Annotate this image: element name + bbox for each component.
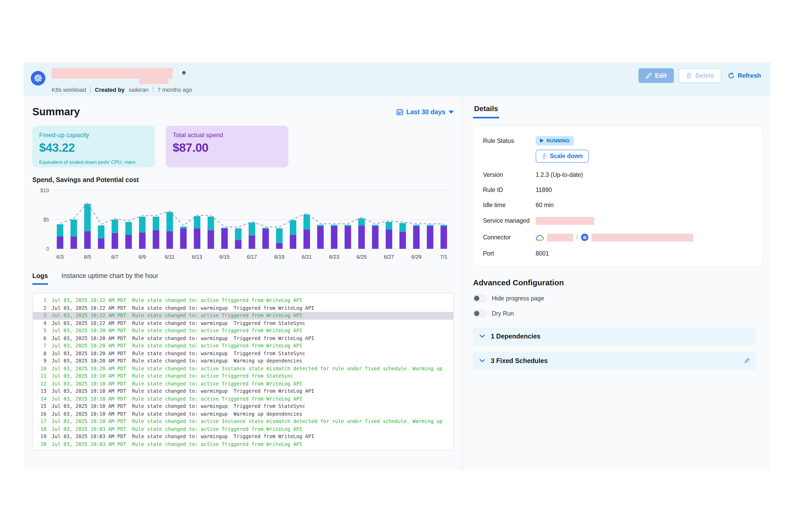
log-line-number: 17: [33, 418, 46, 425]
log-message: Jul 03, 2025 10:03 AM PDT Rule state cha…: [46, 425, 302, 433]
scale-down-button[interactable]: Scale down: [536, 149, 589, 163]
status-badge: RUNNING: [536, 136, 574, 145]
log-row[interactable]: 16Jul 03, 2025 10:10 AM PDT Rule state c…: [33, 410, 453, 418]
log-line-number: 6: [33, 335, 46, 342]
edit-schedules-icon[interactable]: ✎: [744, 357, 750, 365]
log-row[interactable]: 4Jul 03, 2025 10:22 AM PDT Rule state ch…: [33, 320, 453, 327]
fixed-schedules-expander[interactable]: 3 Fixed Schedules ✎: [473, 352, 756, 369]
bar-savings: [400, 223, 406, 232]
log-row[interactable]: 9Jul 03, 2025 10:20 AM PDT Rule state ch…: [33, 357, 453, 365]
log-message: Jul 03, 2025 10:10 AM PDT Rule state cha…: [46, 418, 442, 425]
chevron-down-icon: [479, 334, 485, 338]
x-tick-label: 6/23: [329, 254, 339, 260]
log-row[interactable]: 18Jul 03, 2025 10:03 AM PDT Rule state c…: [33, 425, 453, 433]
y-tick-label: $10: [40, 188, 49, 193]
details-card: Rule Status RUNNING Scale down: [473, 126, 763, 266]
bar-savings: [249, 223, 255, 235]
log-row[interactable]: 14Jul 03, 2025 10:10 AM PDT Rule state c…: [33, 395, 453, 403]
page-header: ☸ K8s workload Created by saikiran: [23, 62, 771, 96]
card-label: Total actual spend: [173, 131, 282, 139]
chevron-down-icon: [449, 110, 454, 113]
lightning-icon: [542, 153, 547, 159]
bar-spend: [221, 228, 228, 249]
bar-savings: [440, 225, 447, 226]
x-tick-label: 6/7: [111, 254, 119, 260]
log-row[interactable]: 17Jul 03, 2025 10:10 AM PDT Rule state c…: [33, 418, 453, 425]
log-message: Jul 03, 2025 10:03 AM PDT Rule state cha…: [46, 433, 314, 440]
log-row[interactable]: 11Jul 03, 2025 10:10 AM PDT Rule state c…: [33, 373, 453, 380]
tab-logs[interactable]: Logs: [32, 272, 48, 285]
bar-savings: [331, 225, 338, 226]
log-row[interactable]: 15Jul 03, 2025 10:10 AM PDT Rule state c…: [33, 403, 453, 410]
bar-spend: [84, 231, 91, 249]
delete-button[interactable]: Delete: [679, 68, 722, 83]
port-label: Port: [483, 250, 536, 256]
created-by-user: saikiran: [129, 86, 149, 93]
title-toggle[interactable]: [178, 70, 187, 76]
bar-spend: [331, 226, 338, 249]
bar-savings: [358, 218, 365, 226]
pencil-icon: [645, 73, 652, 79]
fixed-schedules-label: 3 Fixed Schedules: [491, 357, 548, 364]
x-tick-label: 6/25: [357, 254, 367, 260]
log-row[interactable]: 3Jul 03, 2025 10:22 AM PDT Rule state ch…: [33, 312, 453, 320]
log-line-number: 18: [33, 425, 46, 433]
workload-title-redacted-2: [139, 79, 169, 84]
tab-instance-uptime[interactable]: Instance uptime chart by the hour: [61, 272, 158, 285]
log-line-number: 20: [33, 440, 46, 448]
date-range-label: Last 30 days: [406, 108, 445, 116]
bar-savings: [139, 217, 146, 232]
log-row[interactable]: 7Jul 03, 2025 10:20 AM PDT Rule state ch…: [33, 342, 453, 350]
log-message: Jul 03, 2025 10:10 AM PDT Rule state cha…: [46, 380, 302, 387]
x-tick-label: 6/3: [56, 254, 64, 260]
bar-spend: [153, 230, 159, 249]
rule-id-label: Rule ID: [483, 187, 536, 193]
log-row[interactable]: 2Jul 03, 2025 10:22 AM PDT Rule state ch…: [33, 304, 453, 312]
log-row[interactable]: 1Jul 03, 2025 10:22 AM PDT Rule state ch…: [33, 297, 453, 304]
dry-run-label: Dry Run: [492, 310, 514, 316]
bar-savings: [304, 214, 310, 229]
log-line-number: 14: [33, 395, 46, 403]
log-row[interactable]: 5Jul 03, 2025 10:20 AM PDT Rule state ch…: [33, 327, 453, 335]
idle-time-value: 60 min: [536, 202, 554, 208]
dry-run-toggle[interactable]: [473, 309, 487, 317]
log-line-number: 1: [33, 297, 46, 304]
version-label: Version: [483, 171, 536, 177]
log-row[interactable]: 13Jul 03, 2025 10:10 AM PDT Rule state c…: [33, 387, 453, 395]
hide-progress-toggle[interactable]: [473, 294, 487, 302]
bar-savings: [71, 220, 77, 236]
bar-savings: [276, 228, 283, 243]
log-row[interactable]: 19Jul 03, 2025 10:03 AM PDT Rule state c…: [33, 433, 453, 440]
tab-details[interactable]: Details: [473, 104, 499, 118]
log-message: Jul 03, 2025 10:10 AM PDT Rule state cha…: [46, 395, 302, 403]
log-row[interactable]: 12Jul 03, 2025 10:10 AM PDT Rule state c…: [33, 380, 453, 387]
chart-svg: $10$506/36/56/76/96/116/136/156/176/196/…: [32, 188, 454, 266]
idle-time-label: Idle time: [483, 202, 536, 208]
refresh-button[interactable]: Refresh: [726, 69, 763, 82]
log-row[interactable]: 8Jul 03, 2025 10:20 AM PDT Rule state ch…: [33, 350, 453, 357]
x-tick-label: 6/27: [384, 254, 394, 260]
bar-savings: [166, 212, 173, 231]
edit-button[interactable]: Edit: [638, 68, 674, 83]
bar-spend: [386, 229, 392, 249]
dependencies-expander[interactable]: 1 Dependencies: [473, 327, 756, 345]
x-tick-label: 6/11: [165, 254, 174, 260]
bar-savings: [126, 222, 132, 235]
log-row[interactable]: 20Jul 03, 2025 10:03 AM PDT Rule state c…: [33, 440, 453, 448]
workload-type-label: K8s workload: [52, 86, 86, 93]
toggle-knob: [182, 71, 186, 75]
bar-spend: [57, 236, 63, 249]
port-value: 8001: [536, 250, 549, 256]
bar-spend: [249, 235, 255, 249]
log-message: Jul 03, 2025 10:10 AM PDT Rule state cha…: [46, 403, 305, 410]
log-row[interactable]: 6Jul 03, 2025 10:20 AM PDT Rule state ch…: [33, 335, 453, 342]
log-message: Jul 03, 2025 10:10 AM PDT Rule state cha…: [46, 387, 314, 395]
log-row[interactable]: 10Jul 03, 2025 10:20 AM PDT Rule state c…: [33, 365, 453, 373]
log-list[interactable]: 1Jul 03, 2025 10:22 AM PDT Rule state ch…: [32, 292, 454, 451]
toggle-knob: [474, 310, 479, 316]
date-range-picker[interactable]: Last 30 days: [396, 108, 454, 116]
log-line-number: 9: [33, 357, 46, 365]
play-icon: [540, 138, 544, 143]
log-line-number: 10: [33, 365, 46, 373]
total-actual-spend-card: Total actual spend $87.00: [166, 126, 288, 167]
